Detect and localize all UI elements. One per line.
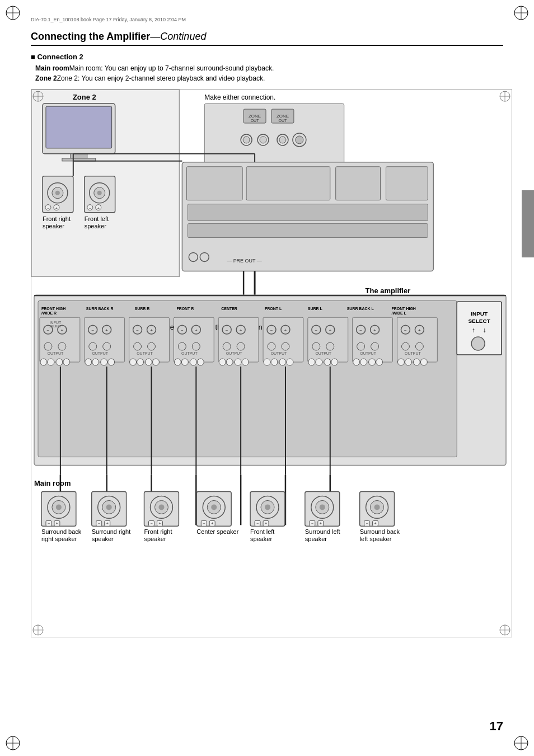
svg-text:+: + [373, 328, 376, 333]
surr-left-speaker: − + [305, 491, 340, 526]
title-main: Connecting the Amplifier [31, 31, 150, 42]
svg-text:ZONE: ZONE [249, 114, 261, 119]
surr-back-left-label1: Surround back [360, 528, 400, 535]
svg-text:↓: ↓ [483, 326, 486, 334]
amp-ch3: − + OUTPUT [129, 317, 170, 365]
front-right-main-label2: speaker [144, 536, 166, 542]
front-right-main-label1: Front right [144, 528, 172, 535]
connection-section: Connection 2 Main roomMain room: You can… [31, 53, 503, 83]
svg-rect-65 [34, 295, 506, 296]
svg-text:SURR L: SURR L [308, 307, 323, 311]
tv-icon [43, 104, 115, 161]
svg-point-124 [174, 359, 181, 365]
svg-point-136 [219, 359, 226, 365]
zone2-front-right-speaker: − + [43, 176, 73, 213]
svg-point-193 [471, 337, 485, 350]
zone2-desc: Zone 2Zone 2: You can enjoy 2-channel st… [35, 73, 503, 83]
svg-text:−: − [256, 522, 259, 525]
svg-point-185 [405, 359, 411, 365]
svg-text:SURR BACK L: SURR BACK L [347, 307, 374, 311]
svg-text:OUTPUT: OUTPUT [226, 351, 242, 355]
pre-out-label: — PRE OUT — [227, 258, 262, 264]
svg-point-259 [374, 504, 380, 510]
svg-text:OUTPUT: OUTPUT [405, 351, 421, 355]
main-room-desc: Main roomMain room: You can enjoy up to … [35, 63, 503, 73]
svg-text:OUTPUT: OUTPUT [271, 351, 287, 355]
svg-point-103 [108, 359, 115, 365]
svg-point-162 [324, 359, 331, 365]
svg-point-102 [101, 359, 107, 365]
svg-text:−: − [98, 522, 100, 525]
svg-text:+: + [265, 522, 267, 525]
svg-point-139 [242, 359, 249, 365]
svg-point-211 [56, 504, 62, 510]
svg-text:+: + [240, 328, 242, 333]
svg-point-20 [55, 191, 60, 195]
svg-text:OUTPUT: OUTPUT [181, 351, 198, 355]
svg-text:+: + [105, 328, 108, 333]
svg-text:INPUT: INPUT [49, 321, 62, 325]
surr-left-label2: speaker [305, 536, 327, 542]
svg-point-138 [235, 359, 241, 365]
svg-point-28 [97, 191, 102, 195]
main-diagram: Zone 2 − + Front right speake [31, 89, 512, 637]
svg-text:−: − [203, 522, 205, 525]
svg-text:−: − [359, 328, 362, 333]
corner-mark-tr [513, 4, 530, 21]
svg-text:−: − [150, 522, 152, 525]
svg-point-251 [320, 504, 325, 510]
svg-point-186 [413, 359, 420, 365]
surr-back-left-label2: left speaker [360, 536, 392, 542]
surr-back-left-speaker: − + [360, 491, 395, 526]
svg-point-219 [106, 504, 112, 510]
amp-ch2: − + OUTPUT [85, 317, 125, 365]
svg-text:+: + [97, 206, 100, 210]
page-title: Connecting the Amplifier—Continued [31, 31, 503, 46]
svg-point-91 [63, 359, 70, 365]
svg-text:SURR R: SURR R [135, 307, 150, 311]
svg-text:−: − [89, 206, 91, 210]
amp-ch9: − + OUTPUT [397, 317, 437, 365]
svg-point-113 [137, 359, 144, 365]
svg-text:+: + [158, 522, 161, 525]
svg-point-101 [92, 359, 99, 365]
svg-text:/WIDE L: /WIDE L [392, 311, 407, 315]
svg-text:FRONT HIGH: FRONT HIGH [41, 307, 65, 311]
surr-left-label1: Surround left [305, 528, 340, 535]
svg-text:−: − [181, 328, 184, 333]
svg-rect-51 [336, 167, 381, 200]
svg-point-148 [264, 359, 270, 365]
svg-text:+: + [320, 522, 322, 525]
corner-mark-br [513, 735, 530, 752]
svg-text:−: − [47, 206, 49, 210]
main-room-label: Main room [34, 479, 71, 487]
svg-text:+: + [61, 328, 64, 333]
amp-ch8: − + OUTPUT [353, 317, 393, 365]
svg-point-184 [397, 359, 404, 365]
zone2-label: Zone 2 [73, 93, 96, 101]
svg-point-89 [48, 359, 54, 365]
svg-point-163 [331, 359, 338, 365]
front-left-speaker-main: − + [250, 491, 285, 526]
zone2-front-left-label: Front left [85, 215, 109, 222]
corner-mark-tl [4, 4, 21, 21]
amp-ch1: − + INPUT SELECT OUTPUT [40, 317, 80, 365]
svg-text:+: + [418, 328, 421, 333]
svg-text:CENTER: CENTER [221, 307, 237, 311]
svg-text:↑: ↑ [472, 326, 475, 334]
svg-rect-14 [46, 106, 112, 148]
svg-text:+: + [329, 328, 331, 333]
svg-text:SELECT: SELECT [49, 325, 62, 328]
file-info: DIA-70.1_En_100108.book Page 17 Friday, … [31, 17, 186, 22]
svg-point-127 [197, 359, 204, 365]
svg-point-160 [308, 359, 315, 365]
svg-text:OUTPUT: OUTPUT [360, 351, 376, 355]
svg-text:−: − [136, 328, 139, 333]
svg-point-243 [265, 504, 270, 510]
svg-text:OUT: OUT [251, 119, 259, 123]
center-label1: Center speaker [196, 528, 238, 535]
zone2-front-right-label: Front right [43, 215, 71, 222]
svg-point-187 [420, 359, 427, 365]
svg-text:+: + [150, 328, 153, 333]
amplifier-label: The amplifier [366, 287, 411, 295]
